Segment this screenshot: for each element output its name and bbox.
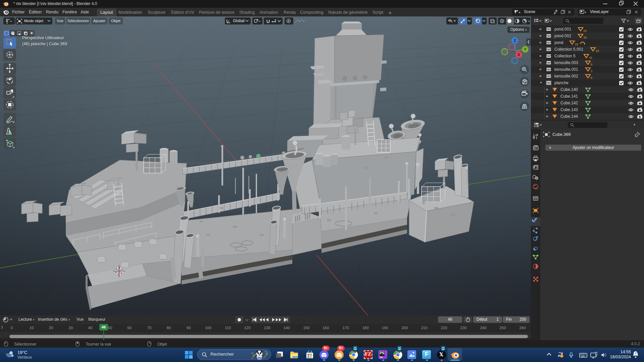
svg-text:6: 6 [591,63,592,66]
svg-text:19: 19 [575,43,578,46]
svg-text:6: 6 [591,76,592,80]
svg-text:Sélectionner: Sélectionner [14,342,37,347]
svg-text:Y: Y [524,47,527,51]
svg-text:23: 23 [583,29,587,33]
svg-text:41: 41 [589,56,592,59]
svg-text:20: 20 [596,49,599,53]
svg-text:33: 33 [583,36,587,39]
svg-text:Objet: Objet [157,342,167,347]
svg-text:Tourner la vue: Tourner la vue [86,342,111,347]
svg-text:Z: Z [514,39,516,43]
svg-text:X: X [517,53,520,57]
svg-text:3: 3 [591,69,592,73]
svg-text:z: z [635,352,636,354]
